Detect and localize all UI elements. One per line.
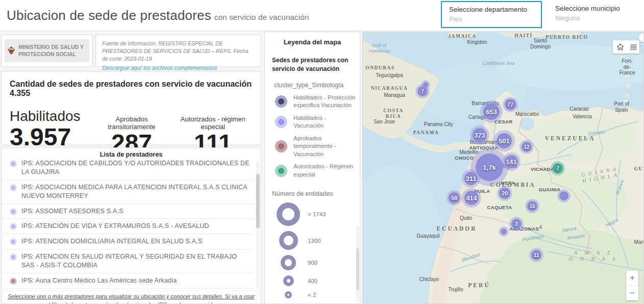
size-label: < 2 (308, 292, 316, 298)
size-ring-holder (276, 275, 301, 286)
kpi-label: Autorizados - régimen especial (172, 115, 254, 131)
cluster-bubble[interactable]: 58 (449, 192, 460, 204)
size-legend-item: 1300 (276, 231, 360, 250)
municipality-slicer-label: Seleccione municipio (555, 5, 638, 12)
provider-list-scrollbar[interactable] (256, 161, 260, 289)
kpi-panel-title: Cantidad de sedes de prestadores con ser… (2, 71, 261, 98)
scrollbar-thumb[interactable] (256, 174, 260, 227)
zoom-in-button[interactable]: + (626, 271, 638, 286)
source-info-panel: Fuente de informacion: REGISTRO ESPECIAL… (95, 35, 261, 67)
cluster-bubble[interactable]: 1,7k (476, 154, 503, 181)
ministry-logo-panel: MINISTERIO DE SALUD Y PROTECCIÓN SOCIAL (1, 35, 93, 67)
cluster-bubble[interactable]: 7 (417, 86, 428, 96)
cluster-bubble[interactable]: 7 (553, 163, 563, 173)
size-label: 400 (308, 278, 317, 284)
home-icon[interactable] (616, 43, 624, 50)
zoom-out-button[interactable]: − (626, 286, 638, 301)
size-label: 900 (308, 260, 317, 266)
list-item[interactable]: IPS: ASOCIACION DE CABILDOS Y/O AUTORIDA… (2, 160, 254, 180)
provider-list-footer: Seleccione uno o más prestadores para vi… (2, 291, 261, 303)
legend-label: Habilitados - Protección especifica Vacu… (293, 94, 356, 110)
legend-symbol-icon (275, 116, 287, 128)
cluster-count: 12 (524, 144, 529, 150)
cluster-bubble[interactable] (501, 229, 507, 235)
legend-item: Aprobados temporalmente - Vacunación (273, 135, 356, 159)
map-toolbar (613, 40, 639, 54)
legend-item: Habilitados - Vacunación (273, 114, 356, 130)
size-ring-holder (276, 291, 301, 298)
list-item[interactable]: IPS: ASSOMET ASESORES S.A.S (2, 204, 254, 219)
cluster-bubble[interactable]: 373 (473, 128, 487, 142)
legend-scrollbar[interactable] (356, 226, 359, 301)
cluster-dot-icon (11, 279, 15, 283)
cluster-bubble[interactable]: 653 (483, 104, 500, 120)
basemap-gallery-icon[interactable] (631, 44, 636, 50)
cluster-count: 20 (502, 190, 508, 196)
legend-label: Habilitados - Vacunación (293, 114, 356, 130)
cluster-count: 7 (421, 89, 424, 94)
municipality-slicer-value[interactable]: Ninguno (555, 14, 638, 22)
legend-label: Autorizados - Régimen especial (293, 163, 356, 179)
size-legend-title: Número de entidades (265, 183, 360, 198)
cluster-dot-icon (11, 240, 15, 244)
source-text: Fuente de informacion: REGISTRO ESPECIAL… (102, 40, 255, 63)
cluster-count: 501 (499, 137, 510, 145)
list-item[interactable]: IPS: Auna Centro Médico Las Américas sed… (2, 273, 254, 289)
list-item[interactable]: IPS: ASOCIACION MEDICA PARA LA ATENCION … (2, 180, 254, 204)
dashboard: Ubicacion de sede de prestadorescon serv… (0, 0, 644, 304)
basemap (363, 32, 644, 304)
cluster-count: 653 (486, 108, 497, 116)
provider-list: IPS: ASOCIACION DE CABILDOS Y/O AUTORIDA… (2, 160, 254, 291)
cluster-dot-icon (11, 255, 15, 259)
page-title-text: Ubicacion de sede de prestadores (7, 8, 211, 23)
cluster-bubble[interactable]: 141 (505, 155, 518, 168)
cluster-bubble[interactable]: 16 (527, 201, 537, 211)
cluster-bubble[interactable]: 501 (497, 133, 512, 148)
department-slicer-value[interactable]: País (449, 15, 535, 23)
provider-name: IPS: ATENCION EN SALUD INTEGRAL Y SEGURI… (21, 252, 252, 270)
map-canvas[interactable]: JAMAICAKingstonHAITÍSanto DomingoPUERTO … (362, 32, 644, 304)
provider-name: IPS: Auna Centro Médico Las Américas sed… (21, 276, 177, 285)
scrollbar-thumb[interactable] (356, 248, 359, 290)
legend-symbol-icon (275, 140, 287, 153)
list-item[interactable]: IPS: ATENCION EN SALUD INTEGRAL Y SEGURI… (2, 249, 254, 273)
provider-list-footer-text: Seleccione uno o más prestadores para vi… (7, 293, 256, 303)
cluster-bubble[interactable]: 77 (505, 99, 516, 110)
cluster-count: 141 (506, 158, 517, 166)
cluster-bubble[interactable]: 414 (464, 191, 479, 205)
size-label: > 1743 (308, 211, 326, 217)
department-slicer[interactable]: Seleccione departamento País (441, 1, 542, 28)
size-ring-icon (279, 231, 298, 250)
size-legend-item: 900 (276, 255, 360, 270)
size-ring-holder (276, 231, 301, 250)
list-item[interactable]: IPS: ATENCION DOMICILIARIA INTEGRAL EN S… (2, 234, 254, 249)
size-ring-holder (276, 255, 301, 270)
legend-item: Autorizados - Régimen especial (273, 163, 356, 179)
provider-list-title: Lista de prestadores (2, 148, 261, 158)
municipality-slicer[interactable]: Seleccione municipio Ninguno (548, 1, 644, 28)
download-link[interactable]: Descargue aquí los archivos complementar… (102, 65, 255, 71)
map-zoom-controls: + − (626, 271, 638, 300)
provider-name: IPS: ASOCIACION MEDICA PARA LA ATENCION … (21, 183, 252, 200)
size-ring-holder (276, 202, 301, 226)
size-ring-icon (277, 202, 300, 226)
size-legend-item: 400 (276, 275, 360, 286)
cluster-count: 3 (515, 221, 518, 227)
legend-label: Aprobados temporalmente - Vacunación (293, 135, 356, 159)
kpi-value: 3.957 (10, 124, 91, 150)
size-legend: > 17431300900400< 2 (265, 198, 360, 298)
cluster-bubble[interactable]: 12 (522, 142, 532, 152)
cluster-count: 11 (534, 252, 539, 258)
cluster-bubble[interactable] (559, 191, 568, 200)
page-subtitle: con servicio de vacunación (214, 13, 309, 21)
legend-subtitle: Sedes de prestadores con servicio de vac… (265, 46, 360, 73)
kpi-label: Aprobados transitoriamente (91, 115, 172, 131)
cluster-count: 16 (529, 204, 535, 209)
cluster-bubble[interactable]: 20 (499, 188, 510, 199)
cluster-dot-icon (11, 186, 15, 190)
list-item[interactable]: IPS: ATENCIÓN DE VIDA Y EXTRAMUROS S.A.S… (2, 219, 254, 234)
cluster-count: 1,7k (483, 164, 496, 171)
cluster-bubble[interactable]: 11 (531, 250, 541, 260)
cluster-bubble[interactable]: 3 (511, 219, 522, 229)
cluster-bubble[interactable]: 311 (464, 172, 478, 185)
